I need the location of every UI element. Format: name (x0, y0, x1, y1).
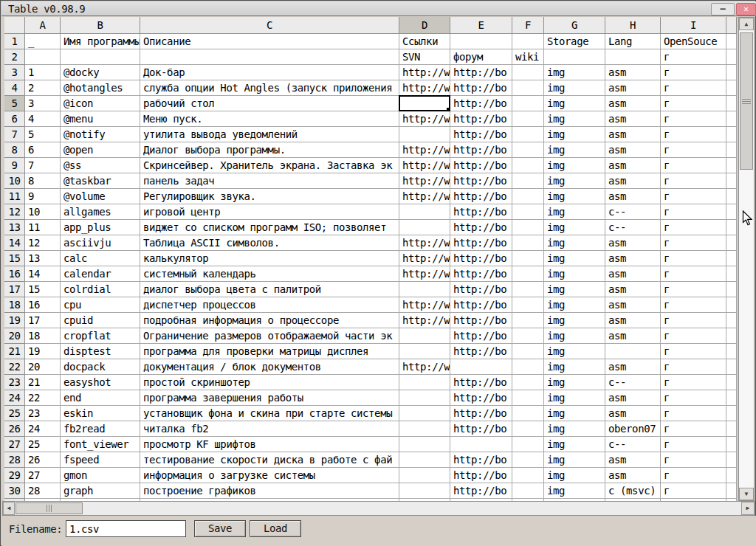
cell-I22[interactable]: г (661, 359, 726, 375)
cell-E22[interactable] (450, 359, 512, 375)
row-header-19[interactable]: 19 (4, 313, 25, 328)
cell-G9[interactable]: img (544, 158, 605, 173)
cell-B4[interactable]: @hotangles (61, 80, 140, 96)
cell-I19[interactable]: г (661, 313, 726, 328)
cell-A26[interactable]: 24 (25, 421, 61, 437)
cell-B2[interactable] (61, 49, 140, 65)
cell-B20[interactable]: cropflat (61, 328, 140, 344)
cell-G24[interactable]: img (544, 390, 605, 406)
row-header-6[interactable]: 6 (4, 111, 25, 127)
cell-G16[interactable]: img (544, 266, 605, 282)
cell-C1[interactable]: Описание (140, 34, 399, 49)
cell-I5[interactable]: г (661, 96, 726, 111)
cell-G12[interactable]: img (544, 204, 605, 220)
cell-C24[interactable]: программа завершения работы (140, 390, 399, 406)
cell-B11[interactable]: @volume (61, 189, 140, 204)
cell-D7[interactable] (399, 127, 450, 142)
cell-I24[interactable]: г (661, 390, 726, 406)
cell-D28[interactable] (399, 452, 450, 468)
cell-G13[interactable]: img (544, 220, 605, 235)
cell-B13[interactable]: app_plus (61, 220, 140, 235)
cell-F16[interactable] (512, 266, 544, 282)
cell-D2[interactable]: SVN (399, 49, 450, 65)
cell-I14[interactable]: г (661, 235, 726, 251)
save-button[interactable]: Save (194, 520, 246, 537)
cell-B22[interactable]: docpack (61, 359, 140, 375)
cell-F24[interactable] (512, 390, 544, 406)
cell-D29[interactable] (399, 468, 450, 483)
cell-I4[interactable]: г (661, 80, 726, 96)
column-header-I[interactable]: I (661, 17, 726, 34)
cell-F9[interactable] (512, 158, 544, 173)
row-header-24[interactable]: 24 (4, 390, 25, 406)
cell-G14[interactable]: img (544, 235, 605, 251)
cell-A15[interactable]: 13 (25, 251, 61, 266)
cell-E18[interactable]: http://bo (450, 297, 512, 313)
cell-E14[interactable]: http://bo (450, 235, 512, 251)
cell-H9[interactable]: asm (605, 158, 661, 173)
row-header-3[interactable]: 3 (4, 65, 25, 80)
close-button[interactable]: ✕ (736, 3, 756, 15)
row-header-16[interactable]: 16 (4, 266, 25, 282)
cell-G2[interactable] (544, 49, 605, 65)
cell-G27[interactable]: img (544, 437, 605, 452)
cell-F21[interactable] (512, 344, 544, 359)
cell-G25[interactable]: img (544, 406, 605, 421)
selection-fill-handle[interactable] (447, 108, 450, 111)
cell-G6[interactable]: img (544, 111, 605, 127)
cell-G10[interactable]: img (544, 173, 605, 189)
cell-F12[interactable] (512, 204, 544, 220)
cell-I6[interactable]: г (661, 111, 726, 127)
cell-E5[interactable]: http://bo (450, 96, 512, 111)
cell-F15[interactable] (512, 251, 544, 266)
cell-E17[interactable]: http://bo (450, 282, 512, 297)
cell-A6[interactable]: 4 (25, 111, 61, 127)
cell-H13[interactable]: c-- (605, 220, 661, 235)
cell-B16[interactable]: calendar (61, 266, 140, 282)
cell-C12[interactable]: игровой центр (140, 204, 399, 220)
cell-A28[interactable]: 26 (25, 452, 61, 468)
cell-I15[interactable]: г (661, 251, 726, 266)
cell-H27[interactable]: c-- (605, 437, 661, 452)
cell-I30[interactable]: г (661, 483, 726, 499)
cell-H11[interactable]: asm (605, 189, 661, 204)
cell-C18[interactable]: диспетчер процессов (140, 297, 399, 313)
cell-C4[interactable]: служба опции Hot Angles (запуск приложен… (140, 80, 399, 96)
cell-C19[interactable]: подробная информация о процессоре (140, 313, 399, 328)
cell-G4[interactable]: img (544, 80, 605, 96)
cell-C21[interactable]: программа для проверки матрицы дисплея (140, 344, 399, 359)
cell-E6[interactable]: http://bo (450, 111, 512, 127)
cell-G5[interactable]: img (544, 96, 605, 111)
cell-G28[interactable]: img (544, 452, 605, 468)
cell-D1[interactable]: Ссылки (399, 34, 450, 49)
cell-I17[interactable]: г (661, 282, 726, 297)
cell-I3[interactable]: г (661, 65, 726, 80)
cell-B10[interactable]: @taskbar (61, 173, 140, 189)
scroll-right-button[interactable]: ▶ (741, 502, 755, 515)
cell-D5[interactable] (399, 96, 450, 111)
cell-E12[interactable]: http://bo (450, 204, 512, 220)
cell-H16[interactable]: asm (605, 266, 661, 282)
cell-C26[interactable]: читалка fb2 (140, 421, 399, 437)
cell-G8[interactable]: img (544, 142, 605, 158)
cell-C30[interactable]: построение графиков (140, 483, 399, 499)
cell-A14[interactable]: 12 (25, 235, 61, 251)
cell-D20[interactable] (399, 328, 450, 344)
cell-D19[interactable]: http://w (399, 313, 450, 328)
row-header-29[interactable]: 29 (4, 468, 25, 483)
cell-B29[interactable]: gmon (61, 468, 140, 483)
cell-D23[interactable] (399, 375, 450, 390)
cell-B19[interactable]: cpuid (61, 313, 140, 328)
column-header-C[interactable]: C (140, 17, 399, 34)
cell-H28[interactable]: asm (605, 452, 661, 468)
cell-H22[interactable]: asm (605, 359, 661, 375)
cell-I20[interactable]: г (661, 328, 726, 344)
cell-D10[interactable]: http://w (399, 173, 450, 189)
row-header-2[interactable]: 2 (4, 49, 25, 65)
cell-F11[interactable] (512, 189, 544, 204)
cell-A17[interactable]: 15 (25, 282, 61, 297)
cell-I29[interactable]: г (661, 468, 726, 483)
cell-G26[interactable]: img (544, 421, 605, 437)
cell-I1[interactable]: OpenSouce (661, 34, 726, 49)
cell-D27[interactable] (399, 437, 450, 452)
